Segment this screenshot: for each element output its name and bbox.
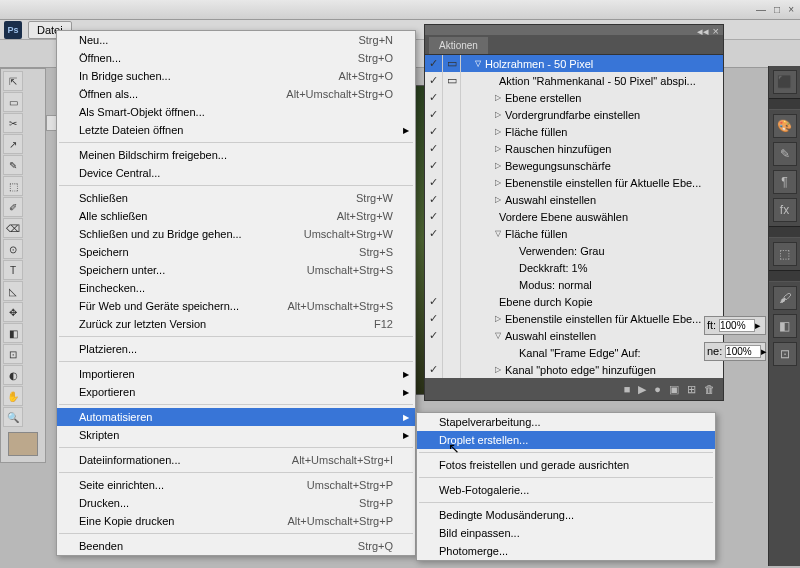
toggle-checkbox[interactable]: ✓ xyxy=(425,157,443,174)
tab-actions[interactable]: Aktionen xyxy=(429,37,488,54)
toggle-checkbox[interactable]: ✓ xyxy=(425,293,443,310)
menu-item[interactable]: Zurück zur letzten VersionF12 xyxy=(57,315,415,333)
menu-item[interactable]: Web-Fotogalerie... xyxy=(417,481,715,499)
actions-footer-button[interactable]: ● xyxy=(654,383,661,395)
menu-item[interactable]: Alle schließenAlt+Strg+W xyxy=(57,207,415,225)
dialog-checkbox[interactable] xyxy=(443,140,461,157)
menu-item[interactable]: Platzieren... xyxy=(57,340,415,358)
dialog-checkbox[interactable] xyxy=(443,89,461,106)
tool-button[interactable]: ⬚ xyxy=(3,176,23,196)
action-row[interactable]: Deckkraft: 1% xyxy=(425,259,723,276)
menu-item[interactable]: Bild einpassen... xyxy=(417,524,715,542)
panel-icon[interactable]: ◧ xyxy=(773,314,797,338)
dialog-checkbox[interactable] xyxy=(443,123,461,140)
panel-close-icon[interactable]: × xyxy=(713,25,719,35)
tool-button[interactable]: ⊡ xyxy=(3,344,23,364)
action-row[interactable]: ✓▭Aktion "Rahmenkanal - 50 Pixel" abspi.… xyxy=(425,72,723,89)
menu-item[interactable]: Einchecken... xyxy=(57,279,415,297)
action-row[interactable]: ✓▷Ebenenstile einstellen für Aktuelle Eb… xyxy=(425,310,723,327)
disclosure-icon[interactable]: ▷ xyxy=(495,161,501,170)
action-row[interactable]: ✓▷Bewegungsunschärfe xyxy=(425,157,723,174)
dialog-checkbox[interactable] xyxy=(443,191,461,208)
close-icon[interactable]: × xyxy=(788,4,794,15)
action-row[interactable]: ✓▷Ebenenstile einstellen für Aktuelle Eb… xyxy=(425,174,723,191)
dialog-checkbox[interactable] xyxy=(443,293,461,310)
toggle-checkbox[interactable]: ✓ xyxy=(425,191,443,208)
dialog-checkbox[interactable] xyxy=(443,208,461,225)
tool-button[interactable]: ◺ xyxy=(3,281,23,301)
menu-item[interactable]: In Bridge suchen...Alt+Strg+O xyxy=(57,67,415,85)
disclosure-icon[interactable]: ▷ xyxy=(495,110,501,119)
menu-item[interactable]: Fotos freistellen und gerade ausrichten xyxy=(417,456,715,474)
action-row[interactable]: ✓▷Fläche füllen xyxy=(425,123,723,140)
toggle-checkbox[interactable]: ✓ xyxy=(425,310,443,327)
tool-button[interactable]: ▭ xyxy=(3,92,23,112)
menu-item[interactable]: Öffnen...Strg+O xyxy=(57,49,415,67)
toggle-checkbox[interactable]: ✓ xyxy=(425,208,443,225)
disclosure-icon[interactable]: ▽ xyxy=(495,331,501,340)
action-row[interactable]: Verwenden: Grau xyxy=(425,242,723,259)
disclosure-icon[interactable]: ▷ xyxy=(495,195,501,204)
minimize-icon[interactable]: — xyxy=(756,4,766,15)
toggle-checkbox[interactable]: ✓ xyxy=(425,89,443,106)
tool-button[interactable]: ⊙ xyxy=(3,239,23,259)
menu-item[interactable]: Device Central... xyxy=(57,164,415,182)
menu-item[interactable]: Dateiinformationen...Alt+Umschalt+Strg+I xyxy=(57,451,415,469)
panel-collapse-icon[interactable]: ◂◂ xyxy=(697,25,709,35)
toggle-checkbox[interactable]: ✓ xyxy=(425,140,443,157)
menu-item[interactable]: Speichern unter...Umschalt+Strg+S xyxy=(57,261,415,279)
fill-field[interactable]: ne: ▸ xyxy=(704,342,766,361)
toggle-checkbox[interactable]: ✓ xyxy=(425,106,443,123)
menu-item[interactable]: Exportieren▶ xyxy=(57,383,415,401)
panel-icon[interactable]: ⬚ xyxy=(773,242,797,266)
menu-item[interactable]: Skripten▶ xyxy=(57,426,415,444)
menu-item[interactable]: Eine Kopie druckenAlt+Umschalt+Strg+P xyxy=(57,512,415,530)
dialog-checkbox[interactable]: ▭ xyxy=(443,55,461,72)
panel-icon[interactable]: ✎ xyxy=(773,142,797,166)
toggle-checkbox[interactable] xyxy=(425,276,443,293)
menu-item[interactable]: Importieren▶ xyxy=(57,365,415,383)
dialog-checkbox[interactable] xyxy=(443,225,461,242)
tool-button[interactable]: ◐ xyxy=(3,365,23,385)
panel-icon[interactable]: 🎨 xyxy=(773,114,797,138)
action-row[interactable]: ✓▽Fläche füllen xyxy=(425,225,723,242)
dialog-checkbox[interactable] xyxy=(443,327,461,344)
toggle-checkbox[interactable]: ✓ xyxy=(425,174,443,191)
action-row[interactable]: ✓▷Kanal "photo edge" hinzufügen xyxy=(425,361,723,378)
actions-footer-button[interactable]: ▶ xyxy=(638,383,646,396)
toggle-checkbox[interactable]: ✓ xyxy=(425,327,443,344)
toggle-checkbox[interactable] xyxy=(425,259,443,276)
tool-button[interactable]: ✥ xyxy=(3,302,23,322)
menu-item[interactable]: Für Web und Geräte speichern...Alt+Umsch… xyxy=(57,297,415,315)
panel-icon[interactable]: ⬛ xyxy=(773,70,797,94)
disclosure-icon[interactable]: ▷ xyxy=(495,127,501,136)
menu-item[interactable]: Schließen und zu Bridge gehen...Umschalt… xyxy=(57,225,415,243)
menu-item[interactable]: Letzte Dateien öffnen▶ xyxy=(57,121,415,139)
menu-item[interactable]: Seite einrichten...Umschalt+Strg+P xyxy=(57,476,415,494)
tool-button[interactable]: 🔍 xyxy=(3,407,23,427)
toggle-checkbox[interactable] xyxy=(425,242,443,259)
tool-button[interactable]: ↗ xyxy=(3,134,23,154)
color-swatch[interactable] xyxy=(8,432,38,456)
action-row[interactable]: ✓▭▽Holzrahmen - 50 Pixel xyxy=(425,55,723,72)
menu-item[interactable]: Als Smart-Objekt öffnen... xyxy=(57,103,415,121)
disclosure-icon[interactable]: ▷ xyxy=(495,144,501,153)
dialog-checkbox[interactable] xyxy=(443,361,461,378)
disclosure-icon[interactable]: ▷ xyxy=(495,93,501,102)
tool-button[interactable]: ✎ xyxy=(3,155,23,175)
panel-icon[interactable]: ⊡ xyxy=(773,342,797,366)
menu-item[interactable]: SchließenStrg+W xyxy=(57,189,415,207)
dialog-checkbox[interactable] xyxy=(443,157,461,174)
disclosure-icon[interactable]: ▷ xyxy=(495,365,501,374)
toggle-checkbox[interactable]: ✓ xyxy=(425,72,443,89)
tool-button[interactable]: ✋ xyxy=(3,386,23,406)
actions-footer-button[interactable]: ▣ xyxy=(669,383,679,396)
action-row[interactable]: Kanal "Frame Edge" Auf: xyxy=(425,344,723,361)
panel-icon[interactable]: fx xyxy=(773,198,797,222)
action-row[interactable]: ✓▷Ebene erstellen xyxy=(425,89,723,106)
toggle-checkbox[interactable]: ✓ xyxy=(425,123,443,140)
menu-item[interactable]: BeendenStrg+Q xyxy=(57,537,415,555)
disclosure-icon[interactable]: ▷ xyxy=(495,178,501,187)
disclosure-icon[interactable]: ▽ xyxy=(475,59,481,68)
actions-footer-button[interactable]: ⊞ xyxy=(687,383,696,396)
